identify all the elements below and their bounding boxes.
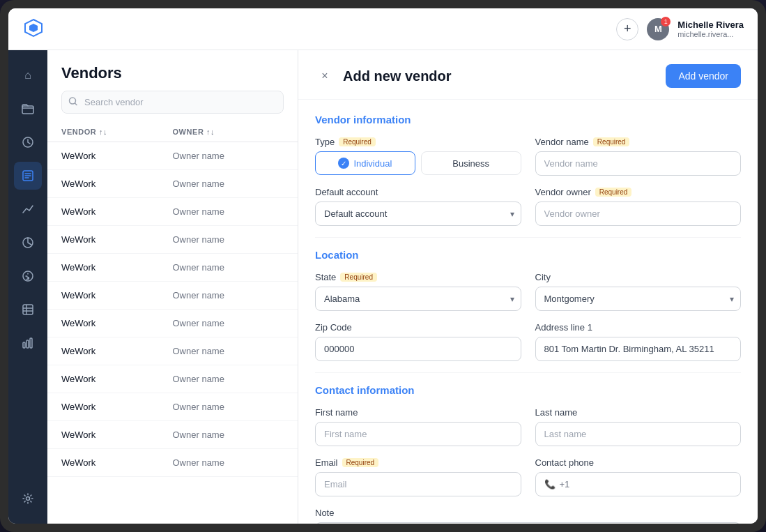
vendor-row[interactable]: WeWork Owner name: [47, 254, 298, 282]
vendor-name-cell: WeWork: [61, 151, 173, 161]
vendor-row[interactable]: WeWork Owner name: [47, 170, 298, 198]
sidebar-item-reports[interactable]: [14, 229, 42, 257]
owner-column-header: OWNER ↑↓: [173, 128, 284, 136]
vendor-name-input[interactable]: [535, 151, 742, 176]
address-input[interactable]: [535, 337, 742, 361]
email-field: Email Required: [315, 457, 521, 496]
address-label: Address line 1: [535, 322, 592, 333]
svg-rect-10: [30, 338, 32, 348]
add-vendor-button[interactable]: Add vendor: [666, 64, 741, 88]
city-select[interactable]: MontgomeryBirminghamHuntsvilleMobile: [535, 287, 742, 311]
vendor-row[interactable]: WeWork Owner name: [47, 310, 298, 337]
sidebar-item-folders[interactable]: [14, 95, 42, 123]
vendor-name-cell: WeWork: [61, 430, 173, 440]
vendor-name-cell: WeWork: [61, 402, 173, 412]
owner-name-cell: Owner name: [173, 234, 284, 245]
vendors-panel: Vendors VENDOR ↑↓: [47, 50, 298, 524]
user-email: michelle.rivera...: [677, 30, 744, 38]
form-title: Add new vendor: [343, 68, 452, 84]
state-label: State: [315, 272, 336, 282]
vendor-name-cell: WeWork: [61, 234, 173, 245]
last-name-input[interactable]: [535, 422, 742, 446]
state-required-badge: Required: [340, 273, 377, 282]
city-label: City: [535, 272, 551, 282]
vendor-list: WeWork Owner name WeWork Owner name WeWo…: [47, 142, 298, 524]
vendor-row[interactable]: WeWork Owner name: [47, 198, 298, 226]
notification-badge: 1: [661, 17, 671, 26]
owner-name-cell: Owner name: [173, 457, 284, 468]
phone-field: Contact phone 📞 +1: [535, 457, 742, 496]
sidebar-item-analytics[interactable]: [14, 195, 42, 223]
business-type-button[interactable]: Business: [421, 151, 521, 175]
owner-name-cell: Owner name: [173, 374, 284, 384]
sidebar-item-finance[interactable]: [14, 262, 42, 290]
owner-name-cell: Owner name: [173, 430, 284, 440]
vendor-owner-input[interactable]: [535, 202, 742, 226]
individual-type-button[interactable]: ✓ Individual: [315, 151, 415, 175]
phone-label: Contact phone: [535, 457, 595, 468]
first-name-label: First name: [315, 407, 358, 418]
sidebar-item-settings[interactable]: [14, 485, 42, 512]
vendor-name-cell: WeWork: [61, 206, 173, 217]
phone-input[interactable]: [574, 473, 732, 496]
vendor-row[interactable]: WeWork Owner name: [47, 393, 298, 421]
owner-name-cell: Owner name: [173, 151, 284, 161]
first-name-input[interactable]: [315, 422, 521, 446]
note-textarea[interactable]: [315, 522, 741, 524]
vendor-info-section-title: Vendor information: [315, 114, 741, 126]
last-name-field: Last name: [535, 407, 742, 446]
vendor-row[interactable]: WeWork Owner name: [47, 449, 298, 477]
note-field: Note: [315, 508, 741, 524]
notification-button[interactable]: M 1: [647, 18, 669, 40]
vendor-owner-required-badge: Required: [595, 188, 632, 197]
owner-name-cell: Owner name: [173, 402, 284, 412]
vendor-row[interactable]: WeWork Owner name: [47, 282, 298, 310]
first-name-field: First name: [315, 407, 521, 446]
owner-name-cell: Owner name: [173, 346, 284, 356]
owner-name-cell: Owner name: [173, 262, 284, 273]
sidebar-item-table[interactable]: [14, 296, 42, 324]
search-box: [61, 91, 284, 114]
vendor-row[interactable]: WeWork Owner name: [47, 365, 298, 393]
search-input[interactable]: [61, 91, 284, 114]
sidebar-item-book[interactable]: [14, 162, 42, 190]
type-required-badge: Required: [339, 137, 376, 146]
vendor-name-label: Vendor name: [535, 137, 589, 147]
vendor-name-field: Vendor name Required: [535, 137, 742, 176]
state-select[interactable]: AlabamaAlaskaArizonaCaliforniaColoradoFl…: [315, 287, 521, 311]
email-required-badge: Required: [342, 458, 379, 467]
topbar: + M 1 Michelle Rivera michelle.rivera...: [8, 8, 758, 50]
add-button[interactable]: +: [616, 18, 638, 40]
svg-rect-8: [23, 342, 25, 348]
sidebar-item-history[interactable]: [14, 128, 42, 156]
phone-input-wrapper: 📞 +1: [535, 472, 742, 496]
vendor-row[interactable]: WeWork Owner name: [47, 421, 298, 449]
vendor-owner-field: Vendor owner Required: [535, 187, 742, 226]
user-info: Michelle Rivera michelle.rivera...: [677, 20, 744, 38]
owner-name-cell: Owner name: [173, 290, 284, 301]
zip-input[interactable]: [315, 337, 521, 361]
svg-rect-9: [26, 340, 29, 348]
default-account-label: Default account: [315, 187, 378, 197]
address-field: Address line 1: [535, 322, 742, 361]
sidebar-item-home[interactable]: ⌂: [14, 61, 42, 89]
vendor-row[interactable]: WeWork Owner name: [47, 142, 298, 170]
sidebar: ⌂: [8, 50, 47, 524]
location-section-title: Location: [315, 249, 741, 261]
sidebar-item-barchart[interactable]: [14, 329, 42, 357]
close-button[interactable]: ×: [315, 66, 335, 86]
default-account-field: Default account Default account ▾: [315, 187, 521, 226]
vendor-row[interactable]: WeWork Owner name: [47, 226, 298, 254]
vendor-name-cell: WeWork: [61, 290, 173, 301]
email-input[interactable]: [315, 472, 521, 496]
search-icon: [68, 96, 78, 108]
vendor-name-cell: WeWork: [61, 457, 173, 468]
zip-field: Zip Code: [315, 322, 521, 361]
default-account-select[interactable]: Default account: [315, 202, 521, 226]
owner-name-cell: Owner name: [173, 178, 284, 189]
vendor-row[interactable]: WeWork Owner name: [47, 337, 298, 365]
vendor-name-cell: WeWork: [61, 318, 173, 328]
city-field: City MontgomeryBirminghamHuntsvilleMobil…: [535, 272, 742, 311]
vendor-owner-label: Vendor owner: [535, 187, 591, 197]
svg-rect-2: [22, 106, 33, 114]
